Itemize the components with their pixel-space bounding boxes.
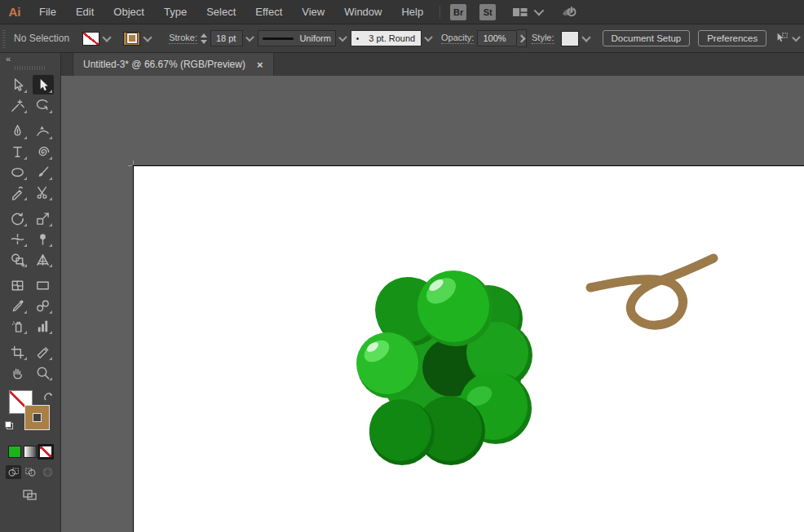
menu-view[interactable]: View <box>292 6 334 18</box>
draw-inside-mode[interactable] <box>40 465 55 479</box>
scale-tool[interactable] <box>33 209 54 228</box>
direct-selection-tool[interactable] <box>7 75 29 95</box>
spiral-tool[interactable] <box>33 142 54 161</box>
color-button-green[interactable] <box>8 446 21 458</box>
ellipse-tool[interactable] <box>7 162 29 182</box>
divider <box>440 6 440 19</box>
step-up-icon[interactable] <box>201 33 207 37</box>
none-button[interactable] <box>39 446 52 458</box>
menu-help[interactable]: Help <box>391 6 433 18</box>
artwork-layer <box>134 166 804 532</box>
opacity-label[interactable]: Opacity: <box>441 33 474 44</box>
selection-status: No Selection <box>14 33 69 44</box>
chevron-down-icon[interactable] <box>143 33 152 42</box>
workspace-switcher[interactable] <box>512 6 541 19</box>
collapse-panel-icon[interactable]: « <box>6 54 10 64</box>
type-tool[interactable] <box>7 142 29 161</box>
preferences-button[interactable]: Preferences <box>698 30 766 46</box>
eyedropper-tool[interactable] <box>7 296 29 315</box>
lasso-tool[interactable] <box>33 95 54 115</box>
style-swatch[interactable] <box>561 31 579 46</box>
shaper-tool[interactable] <box>7 182 29 202</box>
stroke-label[interactable]: Stroke: <box>169 33 197 44</box>
zoom-tool[interactable] <box>33 363 54 382</box>
stroke-profile-preview <box>263 37 294 40</box>
stock-button[interactable]: St <box>479 4 496 20</box>
scissors-tool[interactable] <box>33 182 54 202</box>
column-graph-tool[interactable] <box>33 316 54 336</box>
paintbrush-tool[interactable] <box>33 162 54 182</box>
symbol-sprayer-tool[interactable] <box>7 316 29 336</box>
panel-grip[interactable] <box>15 66 46 70</box>
menu-effect[interactable]: Effect <box>245 6 292 18</box>
magic-wand-tool[interactable] <box>7 95 29 115</box>
width-tool[interactable] <box>7 229 29 248</box>
slice-tool[interactable] <box>33 342 54 362</box>
draw-normal-mode[interactable] <box>6 465 21 479</box>
close-icon[interactable]: × <box>257 59 263 71</box>
default-fill-stroke-icon[interactable] <box>5 421 13 429</box>
screen-mode-row <box>0 487 60 505</box>
step-down-icon[interactable] <box>201 40 207 44</box>
blend-tool[interactable] <box>33 296 54 315</box>
rotate-tool[interactable] <box>7 209 29 228</box>
selection-tool[interactable] <box>33 75 54 95</box>
stroke-color-swatch[interactable] <box>123 32 140 46</box>
menu-file[interactable]: File <box>29 6 66 18</box>
menu-object[interactable]: Object <box>104 6 154 18</box>
artboard[interactable] <box>133 165 804 532</box>
chevron-down-icon[interactable] <box>424 33 433 42</box>
chevron-down-icon[interactable] <box>102 33 111 42</box>
fill-color-swatch[interactable] <box>82 32 99 46</box>
workspace-switcher-icon <box>512 6 528 19</box>
shape-builder-tool[interactable] <box>7 249 29 269</box>
sync-power-icon[interactable] <box>559 4 579 20</box>
stroke-profile-dropdown[interactable]: Uniform <box>258 30 336 46</box>
crop-mark <box>133 160 134 165</box>
menu-select[interactable]: Select <box>197 6 245 18</box>
chevron-right-icon <box>517 34 525 42</box>
artboard-tool[interactable] <box>7 342 29 362</box>
stroke-weight-field[interactable]: 18 pt <box>210 30 243 46</box>
gradient-tool[interactable] <box>33 275 54 295</box>
brush-definition-dropdown[interactable]: • 3 pt. Round <box>351 30 422 46</box>
canvas-pasteboard[interactable] <box>61 76 804 532</box>
perspective-grid-tool[interactable] <box>33 249 54 269</box>
swap-fill-stroke-icon[interactable] <box>43 391 54 406</box>
illustrator-window: Ai File Edit Object Type Select Effect V… <box>0 0 804 532</box>
drawing-mode-buttons <box>0 465 60 479</box>
document-setup-button[interactable]: Document Setup <box>603 30 691 46</box>
stroke-swatch-brown[interactable] <box>25 406 49 429</box>
draw-behind-mode[interactable] <box>23 465 38 479</box>
stroke-weight-stepper[interactable] <box>201 30 208 46</box>
gradient-button[interactable] <box>24 446 37 458</box>
style-label[interactable]: Style: <box>532 33 554 44</box>
brush-name: 3 pt. Round <box>369 33 415 43</box>
document-tab[interactable]: Untitled-3* @ 66.67% (RGB/Preview) × <box>73 53 274 76</box>
opacity-arrow-button[interactable] <box>517 29 527 47</box>
menu-type[interactable]: Type <box>154 6 197 18</box>
screen-mode-button[interactable] <box>21 487 39 505</box>
chevron-down-icon[interactable] <box>338 33 347 42</box>
pen-tool[interactable] <box>7 121 29 141</box>
chevron-down-icon[interactable] <box>581 33 590 42</box>
chevron-down-icon[interactable] <box>245 33 254 42</box>
chevron-down-icon[interactable] <box>792 33 801 42</box>
menu-edit[interactable]: Edit <box>66 6 104 18</box>
puppet-warp-tool[interactable] <box>33 229 54 248</box>
bridge-button[interactable]: Br <box>450 4 466 20</box>
mesh-tool[interactable] <box>7 275 29 295</box>
app-logo: Ai <box>0 5 29 19</box>
tools-grid <box>0 75 60 382</box>
curvature-tool[interactable] <box>33 121 54 141</box>
fill-stroke-widget <box>0 390 60 439</box>
hand-tool[interactable] <box>7 363 29 382</box>
panel-grip[interactable] <box>2 29 6 48</box>
stroke-glyph <box>127 33 137 43</box>
crop-mark <box>128 165 132 166</box>
opacity-field[interactable]: 100% <box>477 30 516 46</box>
grape-cluster[interactable] <box>356 270 532 465</box>
menu-window[interactable]: Window <box>334 6 391 18</box>
select-similar-icon[interactable] <box>775 30 789 46</box>
tendril-stroke[interactable] <box>590 258 713 325</box>
